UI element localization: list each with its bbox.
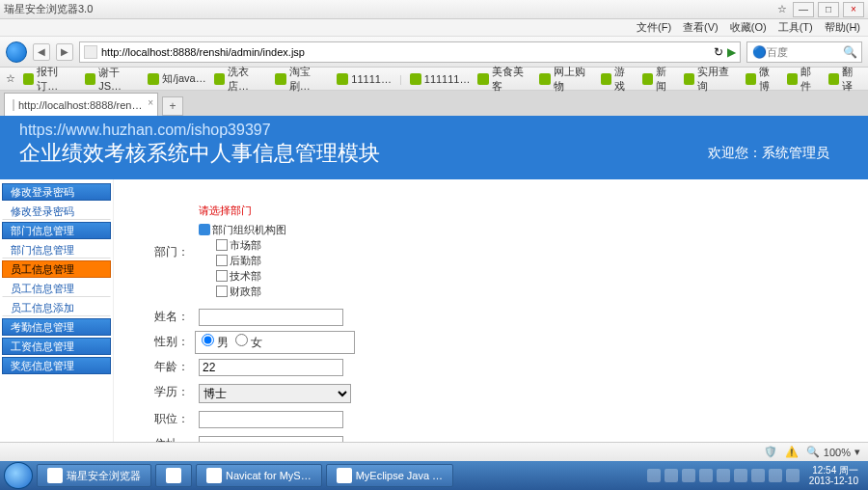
dept-label: 部门： <box>135 201 193 304</box>
tree-root[interactable]: 部门组织机构图 <box>199 222 351 237</box>
tray-icon[interactable] <box>647 469 661 482</box>
search-box[interactable]: 🔵 🔍 <box>746 41 862 63</box>
tray-icon[interactable] <box>665 469 678 482</box>
bookmark-item[interactable]: 知/java… <box>148 71 205 86</box>
tree-node[interactable]: 后勤部 <box>216 253 351 268</box>
sidebar-item[interactable]: 修改登录密码 <box>2 183 111 201</box>
menu-file[interactable]: 文件(F) <box>637 20 671 35</box>
start-button[interactable] <box>4 462 33 489</box>
tree-node[interactable]: 技术部 <box>216 268 351 284</box>
menu-view[interactable]: 查看(V) <box>683 20 719 35</box>
bookmark-item[interactable]: 微博 <box>746 65 779 94</box>
bookmark-item[interactable]: 美食美客 <box>477 65 531 94</box>
bookmark-item[interactable]: 翻译 <box>828 65 862 94</box>
position-input[interactable] <box>199 411 343 428</box>
bookmark-icon <box>787 73 798 85</box>
main-content: 部门： 请选择部门 部门组织机构图 市场部后勤部技术部财政部 姓名： 性别： 男… <box>114 179 868 442</box>
bookmark-item[interactable]: 报刊订… <box>23 65 77 94</box>
tray-icon[interactable] <box>734 469 747 482</box>
tray-icon[interactable] <box>699 469 713 482</box>
bookmark-item[interactable]: 谢干JS… <box>85 66 141 92</box>
edu-select[interactable]: 博士 <box>199 384 351 403</box>
sidebar-item[interactable]: 部门信息管理 <box>2 241 111 259</box>
gender-male[interactable]: 男 <box>202 336 229 349</box>
bookmark-item[interactable]: 洗衣店… <box>214 65 268 94</box>
address-bar[interactable]: ↻ ▶ <box>79 41 741 63</box>
menu-help[interactable]: 帮助(H) <box>825 20 860 35</box>
tab-close-icon[interactable]: × <box>148 97 153 108</box>
sidebar-item[interactable]: 奖惩信息管理 <box>2 357 111 374</box>
bookmark-icon <box>828 73 839 85</box>
menu-tools[interactable]: 工具(T) <box>778 20 813 35</box>
tray-icon[interactable] <box>786 469 800 482</box>
address-input[interactable] <box>199 436 343 442</box>
bookmark-item[interactable]: 淘宝刷… <box>275 65 329 94</box>
sidebar-item[interactable]: 修改登录密码 <box>2 203 111 220</box>
status-shield-icon: 🛡️ <box>764 446 777 458</box>
taskbar-clock[interactable]: 12:54 周一 2013-12-10 <box>803 465 864 486</box>
clock-time: 12:54 周一 <box>809 465 858 476</box>
maximize-button[interactable]: □ <box>818 2 839 17</box>
edu-label: 学历： <box>135 381 193 406</box>
bookmark-icon <box>23 73 34 85</box>
position-label: 职位： <box>135 408 193 431</box>
bookmark-item[interactable]: 网上购物 <box>539 65 593 94</box>
sidebar-item[interactable]: 员工信息管理 <box>2 260 111 278</box>
tab-strip: http://localhost:8888/ren… × + <box>0 91 868 116</box>
bookmark-icon <box>746 73 756 85</box>
back-button[interactable]: ◀ <box>33 43 50 61</box>
bookmark-item[interactable]: 游戏 <box>601 65 635 94</box>
bookmark-item[interactable]: 实用查询 <box>684 65 738 94</box>
taskbar-app[interactable]: 瑞星安全浏览器 <box>37 464 151 487</box>
star-icon[interactable]: ☆ <box>777 3 787 15</box>
refresh-button[interactable]: ↻ <box>714 45 723 59</box>
sidebar-item[interactable]: 员工信息管理 <box>2 280 111 297</box>
fav-star-icon[interactable]: ☆ <box>6 72 15 85</box>
zoom-control[interactable]: 🔍 100% ▾ <box>806 446 860 458</box>
app-icon <box>206 468 222 483</box>
sidebar-item[interactable]: 工资信息管理 <box>2 338 111 355</box>
sidebar-item[interactable]: 员工信息添加 <box>2 299 111 316</box>
bookmark-item[interactable]: 111111… <box>410 73 471 85</box>
browser-icon <box>6 41 27 63</box>
forward-button[interactable]: ▶ <box>56 43 73 61</box>
dept-hint: 请选择部门 <box>199 204 351 218</box>
doc-icon <box>216 255 228 266</box>
name-input[interactable] <box>199 309 343 326</box>
new-tab-button[interactable]: + <box>162 96 183 116</box>
doc-icon <box>216 286 228 297</box>
taskbar: 瑞星安全浏览器Navicat for MyS…MyEclipse Java … … <box>0 461 868 490</box>
search-icon[interactable]: 🔍 <box>843 45 857 59</box>
zoom-dropdown-icon[interactable]: ▾ <box>854 446 860 458</box>
go-button[interactable]: ▶ <box>727 45 736 59</box>
tray-icon[interactable] <box>751 469 765 482</box>
tray-icon[interactable] <box>682 469 695 482</box>
browser-tab[interactable]: http://localhost:8888/ren… × <box>4 93 158 116</box>
tree-node[interactable]: 财政部 <box>216 284 351 299</box>
tray-icon[interactable] <box>769 469 782 482</box>
tray-icon[interactable] <box>717 469 730 482</box>
search-input[interactable] <box>767 46 843 58</box>
taskbar-app[interactable] <box>155 464 192 487</box>
bookmark-icon <box>214 73 225 85</box>
watermark-url: https://www.huzhan.com/ishop39397 <box>19 122 849 139</box>
dept-tree[interactable]: 部门组织机构图 市场部后勤部技术部财政部 <box>199 220 351 301</box>
menu-favorites[interactable]: 收藏(O) <box>730 20 767 35</box>
url-input[interactable] <box>101 46 710 58</box>
bookmark-icon <box>148 73 159 85</box>
bookmark-item[interactable]: 11111… <box>337 73 392 85</box>
taskbar-app[interactable]: MyEclipse Java … <box>326 464 453 487</box>
bookmark-item[interactable]: 邮件 <box>787 65 821 94</box>
minimize-button[interactable]: — <box>793 2 814 17</box>
sidebar-item[interactable]: 部门信息管理 <box>2 222 111 239</box>
age-input[interactable] <box>199 359 343 376</box>
bookmark-item[interactable]: 新闻 <box>642 65 676 94</box>
bookmark-icon <box>85 73 95 85</box>
tab-label: http://localhost:8888/ren… <box>18 99 142 111</box>
sidebar-item[interactable]: 考勤信息管理 <box>2 318 111 336</box>
globe-icon <box>199 224 210 235</box>
close-button[interactable]: × <box>843 2 864 17</box>
gender-female[interactable]: 女 <box>235 336 262 349</box>
tree-node[interactable]: 市场部 <box>216 237 351 253</box>
taskbar-app[interactable]: Navicat for MyS… <box>196 464 322 487</box>
